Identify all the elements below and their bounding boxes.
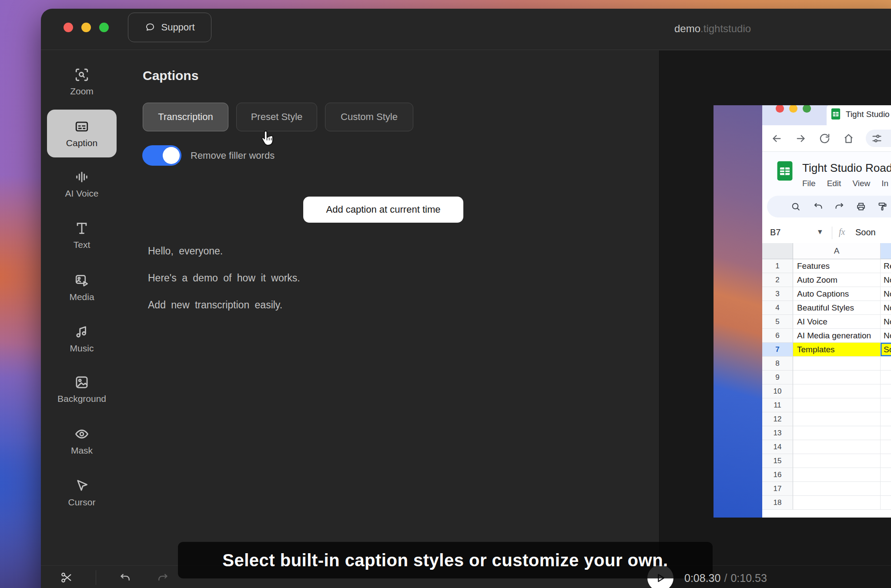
time-separator: / [720, 572, 730, 584]
sidebar-item-text[interactable]: Text [47, 221, 117, 250]
sheet-cell-b: No [881, 287, 891, 301]
cursor-arrow-icon [74, 478, 89, 493]
total-time: 0:10.53 [730, 572, 767, 584]
support-button[interactable]: Support [128, 13, 211, 42]
sheet-cell-a: Auto Zoom [793, 273, 881, 287]
preview-browser-window: Tight Studio Tight Studio Road File Edit… [762, 105, 891, 518]
sidebar-item-ai-voice[interactable]: AI Voice [47, 170, 117, 199]
sheet-row-number: 18 [762, 496, 793, 510]
sheet-cell-b [881, 384, 891, 398]
home-icon [843, 133, 854, 144]
sidebar-item-music[interactable]: Music [47, 324, 117, 354]
sheet-row-number: 6 [762, 329, 793, 343]
sheet-row: 4 Beautiful Styles No [762, 301, 891, 315]
sheet-cell-a [793, 482, 881, 496]
sidebar-item-mask[interactable]: Mask [47, 427, 117, 456]
sheet-cell-b: So [881, 343, 891, 357]
sheet-row: 7 Templates So [762, 343, 891, 357]
sheet-row: 11 [762, 398, 891, 412]
sheet-cell-b [881, 371, 891, 384]
sidebar-item-media[interactable]: Media [47, 273, 117, 302]
sheet-cell-a: Templates [793, 343, 881, 357]
sheet-cell-b [881, 426, 891, 440]
captions-icon [74, 119, 89, 134]
sheet-row-number: 8 [762, 357, 793, 371]
print-icon [856, 201, 866, 212]
sheet-cell-a: Features [793, 259, 881, 273]
titlebar: Support demo.tightstudio [41, 9, 891, 50]
sheet-row-number: 17 [762, 482, 793, 496]
transcript-line[interactable]: Here's a demo of how it works. [148, 272, 539, 285]
sheet-cell-a [793, 371, 881, 384]
sheet-row-number: 2 [762, 273, 793, 287]
sheet-row: 6 AI Media generation No [762, 329, 891, 343]
sheet-cell-a [793, 412, 881, 426]
sheet-row-number: 7 [762, 343, 793, 357]
formula-divider [832, 227, 832, 239]
transcript-line[interactable]: Hello, everyone. [148, 245, 539, 258]
address-pill [866, 130, 891, 147]
sidebar-item-label: Background [57, 394, 106, 404]
tab-transcription[interactable]: Transcription [143, 103, 228, 131]
sheet-cell-a: AI Voice [793, 315, 881, 329]
menu-file: File [802, 179, 816, 188]
cut-scissors-icon[interactable] [60, 571, 73, 584]
preview-close-icon [776, 105, 784, 113]
image-icon [74, 375, 89, 390]
tab-preset-style[interactable]: Preset Style [236, 103, 317, 131]
waveform-icon [74, 170, 89, 184]
tab-custom-style[interactable]: Custom Style [325, 103, 413, 131]
sheets-file-icon [777, 160, 793, 181]
preview-sheets-toolbar [767, 196, 891, 217]
traffic-light-close-button[interactable] [64, 23, 73, 32]
transcript-line[interactable]: Add new transcription easily. [148, 299, 539, 312]
sheet-row: 12 [762, 412, 891, 426]
sheet-cell-b [881, 482, 891, 496]
undo-icon[interactable] [119, 572, 131, 584]
sheet-row-number: 3 [762, 287, 793, 301]
sheet-cell-b: No [881, 301, 891, 315]
sheets-favicon [831, 108, 841, 120]
sheet-row-number: 15 [762, 454, 793, 468]
sheet-cell-b [881, 440, 891, 454]
sidebar-item-caption[interactable]: Caption [47, 110, 117, 157]
sheet-row-number: 9 [762, 371, 793, 384]
sheet-row: 2 Auto Zoom No [762, 273, 891, 287]
sheet-cell-b: No [881, 329, 891, 343]
sheet-corner-cell [762, 243, 793, 259]
preview-tab-title: Tight Studio [846, 110, 890, 119]
sidebar-item-background[interactable]: Background [47, 375, 117, 404]
name-box: B7 [770, 227, 780, 237]
caption-tabs: Transcription Preset Style Custom Style [143, 103, 413, 131]
sheet-row-number: 12 [762, 412, 793, 426]
sheet-row: 18 [762, 496, 891, 510]
page-title: Captions [143, 68, 198, 83]
text-icon [74, 221, 89, 236]
sheet-row-number: 13 [762, 426, 793, 440]
redo-icon[interactable] [157, 572, 169, 584]
paint-format-icon [877, 201, 888, 212]
sidebar-item-zoom[interactable]: Zoom [47, 67, 117, 97]
sheet-cell-b [881, 398, 891, 412]
caption-overlay-text: Select built-in caption styles or custom… [222, 551, 668, 570]
hand-cursor-icon [258, 129, 278, 149]
remove-filler-words-toggle[interactable] [142, 145, 181, 166]
window-title: demo.tightstudio [674, 23, 751, 35]
traffic-light-zoom-button[interactable] [99, 23, 109, 32]
add-caption-button[interactable]: Add caption at current time [303, 197, 463, 223]
sheet-cell-b: No [881, 273, 891, 287]
fx-icon: fx [839, 227, 845, 237]
sheet-column-a-header: A [793, 243, 881, 259]
sheet-row: 8 [762, 357, 891, 371]
sheet-row: 13 [762, 426, 891, 440]
sheet-cell-a [793, 398, 881, 412]
formula-value: Soon [855, 227, 876, 237]
sheet-cell-a: Auto Captions [793, 287, 881, 301]
sheet-cell-a [793, 468, 881, 482]
sheet-cell-b [881, 496, 891, 510]
sheet-cell-a: AI Media generation [793, 329, 881, 343]
traffic-light-minimize-button[interactable] [81, 23, 91, 32]
media-play-icon [74, 273, 89, 288]
sidebar-item-cursor[interactable]: Cursor [47, 478, 117, 508]
sidebar-item-label: Text [74, 240, 90, 250]
